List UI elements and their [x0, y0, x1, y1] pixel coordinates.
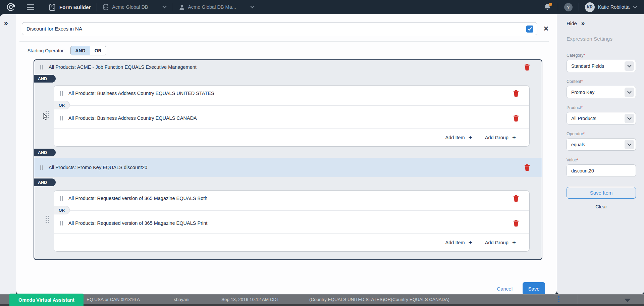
product-select[interactable]: All Products — [567, 112, 636, 124]
confirm-name-checkbox[interactable] — [526, 26, 533, 33]
expression-name-input[interactable] — [22, 22, 537, 35]
virtual-assistant-button[interactable]: Omeda Virtual Assistant — [9, 294, 84, 306]
delete-condition-button[interactable] — [513, 90, 519, 97]
save-button[interactable]: Save — [523, 282, 545, 295]
add-group-label: Add Group — [485, 135, 508, 140]
add-item-button[interactable]: Add Item + — [445, 239, 472, 246]
required-marker: * — [584, 53, 585, 58]
drag-handle-icon[interactable] — [60, 91, 63, 96]
background-row-user: sbayani — [174, 295, 190, 305]
delete-condition-button[interactable] — [513, 115, 519, 122]
add-group-label: Add Group — [485, 240, 508, 245]
group-drag-handle-icon[interactable] — [46, 111, 49, 118]
content-select-value: Promo Key — [571, 90, 594, 95]
condition-row[interactable]: All Products: Business Address Country E… — [54, 86, 529, 101]
save-item-button[interactable]: Save Item — [567, 187, 636, 199]
drag-handle-icon[interactable] — [40, 165, 43, 170]
database-selector[interactable]: Acme Global DB — [103, 4, 167, 10]
delete-condition-button[interactable] — [524, 164, 530, 171]
drag-handle-icon[interactable] — [60, 221, 63, 225]
condition-text: All Products: Promo Key EQUALS discount2… — [49, 165, 524, 170]
condition-row[interactable]: All Products: Business Address Country E… — [54, 109, 529, 127]
expand-panel-icon[interactable]: » — [4, 19, 7, 27]
notifications-bell-icon[interactable] — [544, 3, 552, 11]
starting-operator-or-button[interactable]: OR — [90, 46, 106, 55]
operator-select[interactable]: equals — [567, 138, 636, 151]
operator-badge-and: AND — [34, 75, 56, 83]
condition-text: All Products: ACME - Job Function EQUALS… — [49, 64, 524, 70]
user-menu[interactable]: KR Katie Robilotta — [585, 2, 637, 12]
notification-dot — [549, 3, 552, 6]
scroll-down-icon[interactable] — [625, 299, 631, 302]
operator-badge-and: AND — [34, 149, 56, 156]
category-select[interactable]: Standard Fields — [567, 60, 636, 72]
condition-row[interactable]: All Products: Requested version of 365 M… — [54, 191, 529, 206]
background-row-query: (Country EQUALS UNITED STATES)OR(Country… — [309, 295, 449, 305]
managed-database-selector-value: Acme Global DB Ma... — [188, 4, 236, 10]
group-actions-row: Add Item + Add Group + — [54, 233, 529, 251]
category-select-value: Standard Fields — [571, 63, 604, 69]
database-selector-value: Acme Global DB — [112, 4, 148, 10]
starting-operator-and-button[interactable]: AND — [71, 46, 90, 55]
value-input[interactable] — [567, 164, 636, 177]
add-item-button[interactable]: Add Item + — [445, 134, 472, 141]
content-select[interactable]: Promo Key — [567, 86, 636, 98]
delete-condition-button[interactable] — [513, 195, 519, 202]
managed-database-selector[interactable]: Acme Global DB Ma... — [179, 4, 255, 10]
operator-label: Operator* — [567, 132, 636, 136]
row-actions-kebab-icon[interactable] — [558, 296, 559, 302]
delete-condition-button[interactable] — [513, 220, 519, 227]
content-label: Content* — [567, 79, 636, 84]
navbar-divider — [579, 3, 579, 11]
condition-text: All Products: Requested version of 365 M… — [68, 220, 513, 226]
condition-row[interactable]: All Products: Requested version of 365 M… — [54, 214, 529, 232]
field-label-text: Product — [567, 105, 581, 110]
hide-panel-button[interactable]: Hide » — [567, 19, 636, 27]
delete-condition-button[interactable] — [524, 64, 530, 71]
clear-button[interactable]: Clear — [567, 204, 636, 209]
chevron-down-icon — [162, 6, 167, 8]
group-drag-handle-icon[interactable] — [46, 216, 49, 223]
required-marker: * — [581, 105, 583, 110]
nested-group-2: All Products: Requested version of 365 M… — [54, 190, 530, 252]
group-operator-row: OR — [54, 206, 529, 214]
chevron-down-icon — [625, 140, 634, 149]
add-item-label: Add Item — [445, 240, 465, 245]
required-marker: * — [583, 132, 585, 136]
condition-row-selected[interactable]: All Products: Promo Key EQUALS discount2… — [34, 158, 542, 177]
category-label: Category* — [567, 53, 636, 58]
add-item-label: Add Item — [445, 135, 465, 140]
condition-text: All Products: Business Address Country E… — [68, 115, 513, 121]
app-title: Form Builder — [59, 4, 91, 10]
starting-operator-label: Starting Operator: — [28, 48, 65, 53]
chevron-down-icon — [633, 6, 637, 8]
hamburger-menu-icon[interactable] — [27, 4, 34, 10]
operator-select-value: equals — [571, 142, 585, 147]
add-group-button[interactable]: Add Group + — [485, 239, 516, 246]
omeda-logo-icon[interactable] — [6, 2, 15, 12]
field-label-text: Content — [567, 79, 581, 84]
plus-icon: + — [469, 239, 472, 246]
cancel-button[interactable]: Cancel — [497, 286, 513, 292]
operator-divider — [69, 210, 529, 211]
page-bottom-bar — [0, 304, 644, 306]
add-group-button[interactable]: Add Group + — [485, 134, 516, 141]
drag-handle-icon[interactable] — [60, 196, 63, 201]
field-label-text: Category — [567, 53, 584, 58]
field-label-text: Value — [567, 158, 577, 162]
nested-group-1: All Products: Business Address Country E… — [54, 85, 530, 147]
help-icon[interactable]: ? — [564, 3, 573, 11]
product-select-value: All Products — [571, 116, 596, 121]
condition-row[interactable]: All Products: ACME - Job Function EQUALS… — [34, 60, 542, 74]
navbar-divider — [173, 3, 173, 11]
group-actions-row: Add Item + Add Group + — [54, 128, 529, 146]
drag-handle-icon[interactable] — [60, 116, 63, 120]
chevron-down-icon — [250, 6, 255, 8]
close-icon[interactable]: ✕ — [543, 26, 549, 32]
drag-handle-icon[interactable] — [40, 65, 43, 69]
modal-header: ✕ — [16, 14, 557, 42]
chevron-down-icon — [625, 88, 634, 97]
background-row-name: EQ USA or CAN 091316 A — [87, 295, 140, 305]
app-switcher[interactable]: Form Builder — [49, 4, 91, 11]
panel-title: Expression Settings — [567, 36, 636, 42]
